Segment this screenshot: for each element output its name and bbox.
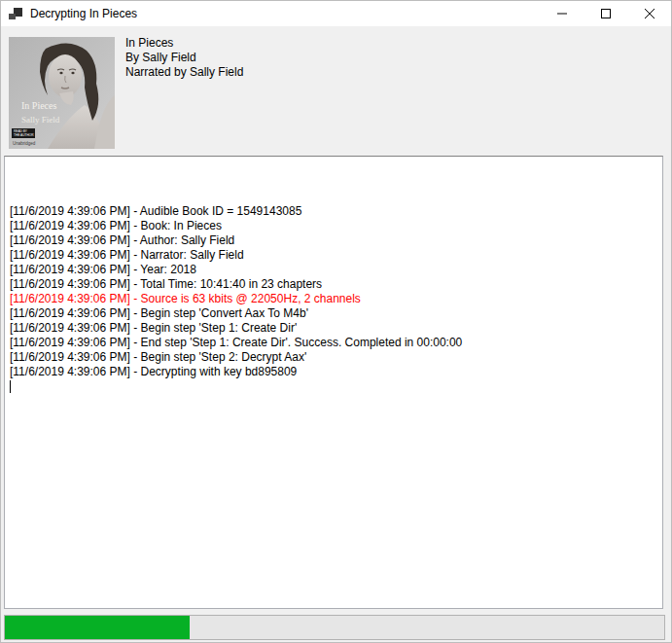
cover-badge-line2: THE AUTHOR (14, 133, 34, 137)
window-controls (540, 1, 671, 26)
cover-author: Sally Field (21, 115, 60, 125)
log-line: [11/6/2019 4:39:06 PM] - Source is 63 kb… (10, 292, 662, 306)
book-header: In Pieces Sally Field READ BY THE AUTHOR… (1, 26, 671, 156)
log-line: [11/6/2019 4:39:06 PM] - Decrypting with… (10, 365, 662, 379)
log-line: [11/6/2019 4:39:06 PM] - Narrator: Sally… (10, 248, 662, 263)
book-narrator-label: Narrated by Sally Field (125, 65, 243, 80)
book-info: In Pieces By Sally Field Narrated by Sal… (125, 36, 243, 80)
app-icon (8, 6, 23, 21)
log-line: [11/6/2019 4:39:06 PM] - Book: In Pieces (10, 219, 662, 233)
close-icon (645, 9, 654, 18)
maximize-button[interactable] (584, 1, 627, 26)
log-line: [11/6/2019 4:39:06 PM] - Begin step 'Con… (10, 306, 662, 321)
text-caret (10, 380, 11, 393)
cover-title: In Pieces (21, 100, 56, 111)
minimize-icon (557, 9, 567, 18)
progress-bar (4, 615, 665, 640)
log-line: [11/6/2019 4:39:06 PM] - Begin step 'Ste… (10, 321, 662, 336)
log-line: [11/6/2019 4:39:06 PM] - Begin step 'Ste… (10, 350, 662, 365)
log-textbox[interactable]: [11/6/2019 4:39:06 PM] - Audible Book ID… (4, 156, 663, 609)
log-line: [11/6/2019 4:39:06 PM] - End step 'Step … (10, 336, 662, 350)
cover-unabridged-label: Unabridged (13, 141, 36, 146)
window-title: Decrypting In Pieces (30, 7, 137, 20)
progress-fill (5, 616, 190, 639)
close-button[interactable] (627, 1, 671, 26)
book-cover-image: In Pieces Sally Field READ BY THE AUTHOR… (9, 37, 115, 149)
titlebar: Decrypting In Pieces (1, 1, 671, 26)
app-window: Decrypting In Pieces (0, 0, 672, 643)
maximize-icon (601, 9, 611, 18)
minimize-button[interactable] (540, 1, 584, 26)
log-line: [11/6/2019 4:39:06 PM] - Total Time: 10:… (10, 277, 662, 292)
book-author-label: By Sally Field (125, 51, 243, 65)
log-line: [11/6/2019 4:39:06 PM] - Year: 2018 (10, 263, 662, 277)
book-title-label: In Pieces (125, 36, 243, 51)
log-line: [11/6/2019 4:39:06 PM] - Audible Book ID… (10, 204, 662, 219)
log-line: [11/6/2019 4:39:06 PM] - Author: Sally F… (10, 233, 662, 248)
